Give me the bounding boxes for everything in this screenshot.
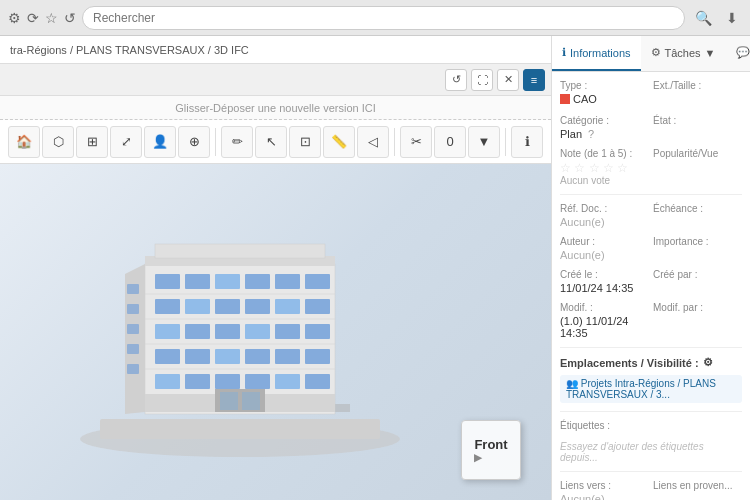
nav-cube[interactable]: Front ▶ <box>461 420 521 480</box>
cut-tool-button[interactable]: ✂ <box>400 126 432 158</box>
svg-rect-41 <box>242 392 260 410</box>
modif-row: Modif. : (1.0) 11/01/24 14:35 Modif. par… <box>560 302 742 339</box>
svg-rect-12 <box>185 299 210 314</box>
svg-rect-21 <box>245 324 270 339</box>
search-button[interactable]: 🔍 <box>691 8 716 28</box>
stars-display: ☆ ☆ ☆ ☆ ☆ <box>560 161 649 175</box>
history-icon[interactable]: ↺ <box>64 10 76 26</box>
categorie-col: Catégorie : Plan ? <box>560 115 649 140</box>
toolbar-separator-2 <box>394 128 395 156</box>
download-button[interactable]: ⬇ <box>722 8 742 28</box>
comments-tab-icon: 💬 <box>736 46 750 59</box>
svg-rect-22 <box>275 324 300 339</box>
pop-label: Popularité/Vue <box>653 148 742 159</box>
categorie-label: Catégorie : <box>560 115 649 126</box>
svg-rect-46 <box>127 304 139 314</box>
svg-rect-35 <box>245 374 270 389</box>
reset-view-button[interactable]: ↺ <box>445 69 467 91</box>
type-color-indicator <box>560 94 570 104</box>
location-path[interactable]: 👥 Projets Intra-Régions / PLANS TRANSVER… <box>560 375 742 403</box>
breadcrumb: tra-Régions / PLANS TRANSVERSAUX / 3D IF… <box>0 36 551 64</box>
cree-par-col: Créé par : <box>653 269 742 294</box>
svg-rect-47 <box>127 324 139 334</box>
star-5[interactable]: ☆ <box>617 161 628 175</box>
categorie-etat-row: Catégorie : Plan ? État : <box>560 115 742 140</box>
modif-col: Modif. : (1.0) 11/01/24 14:35 <box>560 302 649 339</box>
svg-rect-26 <box>185 349 210 364</box>
svg-rect-30 <box>305 349 330 364</box>
settings-icon[interactable]: ⚙ <box>8 10 21 26</box>
divider-4 <box>560 471 742 472</box>
person-tool-button[interactable]: 👤 <box>144 126 176 158</box>
settings-small-icon[interactable]: ⚙ <box>703 356 713 369</box>
svg-rect-43 <box>155 244 325 258</box>
type-label: Type : <box>560 80 649 91</box>
star-2[interactable]: ☆ <box>574 161 585 175</box>
drop-zone-text: Glisser-Déposer une nouvelle version ICI <box>175 102 376 114</box>
tab-commentaires[interactable]: 💬 Commentai... <box>726 36 751 71</box>
divider-1 <box>560 194 742 195</box>
taches-tab-label: Tâches <box>665 47 701 59</box>
3d-tool-button[interactable]: ⬡ <box>42 126 74 158</box>
right-panel: ℹ Informations ⚙ Tâches ▼ 💬 Commentai... <box>551 36 750 500</box>
svg-rect-40 <box>220 392 238 410</box>
tags-placeholder[interactable]: Essayez d'ajouter des étiquettes depuis.… <box>560 441 742 463</box>
breadcrumb-text: tra-Régions / PLANS TRANSVERSAUX / 3D IF… <box>10 44 249 56</box>
viewer-canvas[interactable]: Front ▶ <box>0 164 551 500</box>
svg-rect-11 <box>155 299 180 314</box>
type-col: Type : CAO <box>560 80 649 107</box>
dropdown-tool-button[interactable]: ▼ <box>468 126 500 158</box>
target-tool-button[interactable]: ⊕ <box>178 126 210 158</box>
box-tool-button[interactable]: ⊡ <box>289 126 321 158</box>
star-4[interactable]: ☆ <box>603 161 614 175</box>
zero-tool-button[interactable]: 0 <box>434 126 466 158</box>
echeance-col: Échéance : <box>653 203 742 228</box>
building-3d <box>60 184 420 464</box>
svg-rect-4 <box>155 274 180 289</box>
echeance-label: Échéance : <box>653 203 742 214</box>
tab-informations[interactable]: ℹ Informations <box>552 36 641 71</box>
measure-tool-button[interactable]: 📏 <box>323 126 355 158</box>
modif-label: Modif. : <box>560 302 649 313</box>
svg-rect-16 <box>305 299 330 314</box>
menu-button[interactable]: ≡ <box>523 69 545 91</box>
tab-taches[interactable]: ⚙ Tâches ▼ <box>641 36 726 71</box>
close-viewer-button[interactable]: ✕ <box>497 69 519 91</box>
auteur-label: Auteur : <box>560 236 649 247</box>
viewer-top-bar: ↺ ⛶ ✕ ≡ <box>0 64 551 96</box>
svg-rect-19 <box>185 324 210 339</box>
cree-par-label: Créé par : <box>653 269 742 280</box>
liens-vers-col: Liens vers : Aucun(e) <box>560 480 649 500</box>
svg-rect-13 <box>215 299 240 314</box>
grid-tool-button[interactable]: ⊞ <box>76 126 108 158</box>
star-icon[interactable]: ☆ <box>45 10 58 26</box>
svg-rect-14 <box>245 299 270 314</box>
star-1[interactable]: ☆ <box>560 161 571 175</box>
toolbar-separator-1 <box>215 128 216 156</box>
home-tool-button[interactable]: 🏠 <box>8 126 40 158</box>
drop-zone[interactable]: Glisser-Déposer une nouvelle version ICI <box>0 96 551 120</box>
svg-rect-45 <box>127 284 139 294</box>
modif-value: (1.0) 11/01/24 14:35 <box>560 315 649 339</box>
svg-rect-15 <box>275 299 300 314</box>
back-tool-button[interactable]: ◁ <box>357 126 389 158</box>
draw-tool-button[interactable]: ✏ <box>221 126 253 158</box>
auteur-importance-row: Auteur : Aucun(e) Importance : <box>560 236 742 261</box>
select-tool-button[interactable]: ↖ <box>255 126 287 158</box>
liens-vers-value: Aucun(e) <box>560 493 649 500</box>
fit-tool-button[interactable]: ⤢ <box>110 126 142 158</box>
svg-rect-32 <box>155 374 180 389</box>
liens-row: Liens vers : Aucun(e) Liens en proven... <box>560 480 742 500</box>
cree-le-value: 11/01/24 14:35 <box>560 282 649 294</box>
cree-row: Créé le : 11/01/24 14:35 Créé par : <box>560 269 742 294</box>
modif-par-label: Modif. par : <box>653 302 742 313</box>
rss-icon[interactable]: ⟳ <box>27 10 39 26</box>
categorie-help-icon[interactable]: ? <box>588 128 594 140</box>
expand-button[interactable]: ⛶ <box>471 69 493 91</box>
search-input[interactable] <box>82 6 685 30</box>
info-tool-button[interactable]: ℹ <box>511 126 543 158</box>
nav-cube-label: Front <box>474 437 507 452</box>
divider-2 <box>560 347 742 348</box>
star-3[interactable]: ☆ <box>589 161 600 175</box>
ext-taille-col: Ext./Taille : <box>653 80 742 107</box>
